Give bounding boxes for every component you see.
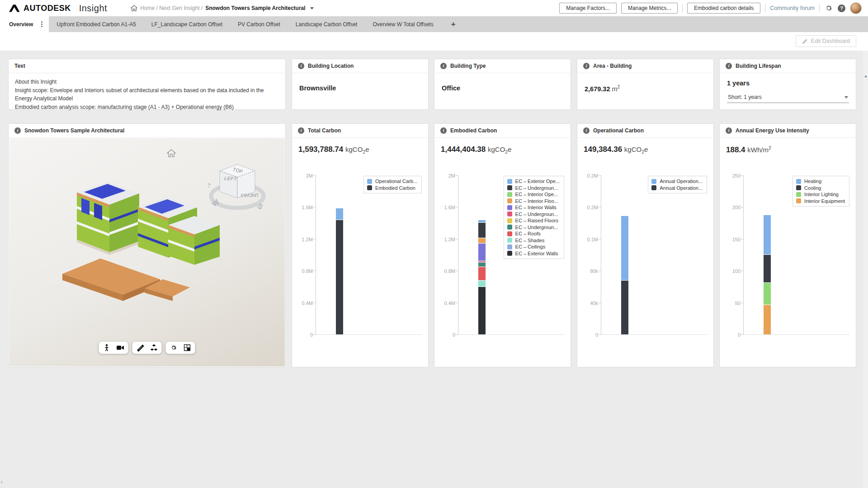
bar-segment[interactable]: [764, 305, 771, 334]
edit-dashboard-button[interactable]: Edit Dashboard: [796, 35, 856, 47]
user-avatar[interactable]: [850, 2, 862, 14]
model-3d-viewport[interactable]: W S N TOP LEFT FRONT: [9, 138, 285, 366]
legend-item[interactable]: Interior Lighting: [796, 192, 845, 197]
legend-item[interactable]: EC – Interior Floo...: [507, 198, 560, 204]
legend-item[interactable]: EC – Exterior Walls: [507, 251, 560, 256]
legend-swatch: [507, 251, 512, 256]
compass-n-label[interactable]: N: [208, 181, 212, 189]
legend-item[interactable]: Annual Operation...: [651, 185, 703, 191]
legend-item[interactable]: Interior Equipment: [796, 198, 845, 204]
manage-metrics-button[interactable]: Manage Metrics...: [621, 3, 678, 14]
tab-upfront-embodied-carbon-a1-a5[interactable]: Upfront Embodied Carbon A1-A5: [49, 16, 143, 32]
bar-segment[interactable]: [764, 255, 771, 282]
legend-item[interactable]: Embodied Carbon: [367, 185, 417, 191]
y-tick-label: 50: [724, 300, 741, 306]
breadcrumb-caret-icon[interactable]: [310, 7, 314, 9]
legend-item[interactable]: EC – Undergroun...: [507, 185, 560, 191]
legend-item[interactable]: EC – Ceilings: [507, 244, 560, 249]
bar-segment[interactable]: [478, 281, 486, 286]
tab-overview-w-total-offsets[interactable]: Overview W Total Offsets: [365, 16, 441, 32]
bar-segment[interactable]: [336, 220, 343, 334]
stacked-bar[interactable]: [478, 176, 486, 334]
scrollbar-up-arrow-icon[interactable]: ▲: [864, 74, 868, 78]
legend-label: EC – Interior Walls: [515, 205, 557, 210]
bar-segment[interactable]: [478, 244, 486, 261]
community-forum-link[interactable]: Community forum: [770, 5, 815, 11]
legend-item[interactable]: Heating: [796, 178, 845, 184]
legend-item[interactable]: Operational Carb...: [367, 178, 417, 184]
tab-landscape-carbon-offset[interactable]: Landscape Carbon Offset: [288, 16, 365, 32]
manage-factors-button[interactable]: Manage Factors...: [559, 3, 617, 14]
y-tick-label: 200: [724, 205, 741, 210]
embodied-carbon-title: Embodied Carbon: [450, 127, 497, 134]
bar-segment[interactable]: [478, 263, 486, 267]
info-icon[interactable]: i: [14, 127, 21, 134]
legend-item[interactable]: Cooling: [796, 185, 845, 191]
viewcube-front-face[interactable]: FRONT: [240, 192, 260, 198]
bar-segment[interactable]: [336, 208, 343, 220]
lifespan-dropdown[interactable]: Short: 1 years: [727, 93, 849, 103]
vertical-scrollbar[interactable]: ▲: [863, 51, 868, 488]
bar-segment[interactable]: [478, 220, 486, 222]
viewcube-left-face[interactable]: LEFT: [223, 176, 238, 181]
legend-item[interactable]: EC – Shades: [507, 238, 560, 243]
x-axis: [743, 334, 849, 335]
bar-segment[interactable]: [764, 283, 771, 305]
first-person-icon[interactable]: [103, 344, 111, 352]
collapse-left-arrow-icon[interactable]: ‹: [1, 479, 3, 484]
tab-menu-kebab-icon[interactable]: [39, 20, 44, 28]
bar-segment[interactable]: [478, 261, 486, 262]
explode-model-icon[interactable]: [150, 344, 158, 352]
help-icon[interactable]: ?: [838, 5, 845, 12]
info-icon[interactable]: i: [440, 127, 447, 134]
operational-carbon-value: 149,384.36 kgCO2e: [577, 138, 713, 155]
bar-segment[interactable]: [621, 216, 628, 280]
bar-segment[interactable]: [478, 238, 486, 243]
stacked-bar[interactable]: [336, 176, 343, 334]
legend-item[interactable]: Annual Operation...: [651, 178, 703, 184]
bar-segment[interactable]: [621, 281, 628, 334]
legend-item[interactable]: EC – Raised Floors: [507, 218, 560, 223]
tab-pv-carbon-offset[interactable]: PV Carbon Offset: [230, 16, 288, 32]
legend-item[interactable]: EC – Exterior Ope...: [507, 178, 560, 184]
info-icon[interactable]: i: [726, 63, 732, 69]
legend-item[interactable]: EC – Interior Ope...: [507, 192, 560, 197]
bar-segment[interactable]: [478, 287, 486, 334]
info-icon[interactable]: i: [726, 127, 732, 134]
add-tab-button[interactable]: +: [441, 16, 466, 32]
y-tick-label: 80k: [582, 268, 598, 274]
y-tick-mark: [456, 334, 458, 335]
viewcube[interactable]: W S N TOP LEFT FRONT: [208, 156, 267, 215]
info-icon[interactable]: i: [298, 127, 304, 134]
legend-item[interactable]: EC – Undergroun...: [507, 211, 560, 217]
camera-icon[interactable]: [117, 344, 124, 352]
measure-icon[interactable]: [137, 344, 144, 352]
info-icon[interactable]: i: [583, 63, 590, 69]
legend-item[interactable]: EC – Interior Walls: [507, 205, 560, 210]
info-icon[interactable]: i: [298, 63, 304, 69]
legend-item[interactable]: EC – Roofs: [507, 231, 560, 236]
breadcrumb-path[interactable]: Home / Next Gen Insight /: [140, 5, 203, 11]
breadcrumb-current[interactable]: Snowdon Towers Sample Architectural: [205, 5, 305, 11]
info-icon[interactable]: i: [440, 63, 447, 69]
bar-segment[interactable]: [478, 267, 486, 280]
tab-overview[interactable]: Overview: [0, 16, 49, 32]
settings-gear-icon[interactable]: [824, 4, 833, 13]
viewcube-home-icon[interactable]: [166, 148, 176, 158]
fullscreen-icon[interactable]: [184, 344, 191, 352]
embodied-carbon-details-button[interactable]: Embodied carbon details: [687, 3, 760, 14]
home-icon[interactable]: [131, 5, 137, 11]
bar-segment[interactable]: [478, 223, 486, 238]
legend-swatch: [507, 185, 512, 190]
total-carbon-chart: 00.4M0.8M1.2M1.6M2MOperational Carb...Em…: [297, 176, 424, 335]
stacked-bar[interactable]: [621, 176, 628, 334]
bar-segment[interactable]: [764, 215, 771, 254]
tab-lf-landscape-carbon-offset[interactable]: LF_Landscape Carbon Offset: [144, 16, 230, 32]
legend-swatch: [796, 192, 801, 197]
y-tick-label: 0: [582, 332, 598, 338]
stacked-bar[interactable]: [764, 176, 771, 334]
info-icon[interactable]: i: [583, 127, 590, 134]
breadcrumb: Home / Next Gen Insight / Snowdon Towers…: [131, 5, 313, 11]
viewer-settings-icon[interactable]: [170, 344, 178, 352]
legend-item[interactable]: EC – Undergroun...: [507, 225, 560, 230]
